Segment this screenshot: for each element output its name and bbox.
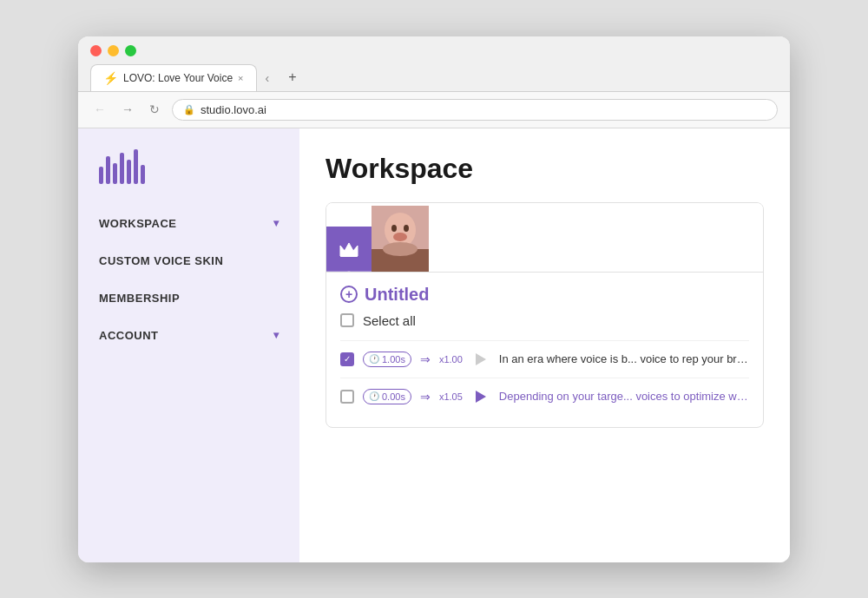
audio-row-2-checkbox[interactable] — [340, 390, 354, 404]
play-button-2[interactable] — [471, 387, 490, 406]
wave-bar-5 — [127, 160, 131, 184]
duration-2: 0.00s — [382, 391, 405, 402]
play-triangle-1 — [476, 353, 486, 365]
svg-marker-0 — [340, 243, 358, 256]
sidebar-item-workspace-label: WORKSPACE — [99, 217, 176, 230]
select-all-row: Select all — [340, 313, 749, 328]
main-area: Workspace — [299, 128, 790, 562]
project-title-row: + Untitled — [340, 285, 749, 305]
traffic-lights — [90, 45, 778, 56]
refresh-button[interactable]: ↻ — [146, 101, 163, 118]
audio-row-1-checkbox[interactable]: ✓ — [340, 352, 354, 366]
arrow-icon-1: ⇒ — [420, 352, 431, 366]
account-chevron-icon: ▾ — [273, 329, 279, 341]
thumbnail-face — [372, 206, 429, 272]
sidebar-item-membership-label: MEMBERSHIP — [99, 292, 180, 305]
project-thumbnail — [372, 206, 429, 272]
sidebar-nav: WORKSPACE ▾ CUSTOM VOICE SKIN MEMBERSHIP… — [78, 205, 299, 354]
tab-close-button[interactable]: × — [238, 73, 243, 83]
logo-waves — [99, 149, 279, 184]
audio-row-2-duration: 🕐 0.00s — [363, 389, 411, 404]
forward-button[interactable]: → — [118, 101, 137, 118]
sidebar-item-custom-voice-skin[interactable]: CUSTOM VOICE SKIN — [78, 242, 299, 279]
url-bar[interactable]: 🔒 studio.lovo.ai — [172, 99, 778, 121]
tab-back-icon[interactable]: ‹ — [266, 71, 270, 85]
arrow-icon-2: ⇒ — [420, 390, 431, 404]
url-text: studio.lovo.ai — [201, 103, 266, 116]
duration-1: 1.00s — [382, 354, 405, 365]
crown-icon — [338, 240, 360, 258]
crown-banner — [326, 227, 372, 272]
audio-row-2: 🕐 0.00s ⇒ x1.05 Depending on your targe.… — [340, 378, 749, 415]
sidebar-logo — [78, 149, 299, 205]
tab-title: LOVO: Love Your Voice — [123, 72, 233, 84]
tab-nav-buttons: ‹ — [257, 65, 279, 91]
wave-bar-4 — [120, 153, 124, 184]
wave-bar-6 — [134, 149, 138, 184]
active-tab[interactable]: ⚡ LOVO: Love Your Voice × — [90, 64, 257, 91]
select-all-label: Select all — [363, 313, 416, 328]
address-bar: ← → ↻ 🔒 studio.lovo.ai — [78, 92, 790, 128]
card-body: + Untitled Select all ✓ 🕐 1.00s — [326, 273, 763, 427]
title-bar: ⚡ LOVO: Love Your Voice × ‹ + — [78, 36, 790, 92]
audio-text-2: Depending on your targe... voices to opt… — [499, 390, 749, 403]
maximize-button[interactable] — [125, 45, 136, 56]
speed-2: x1.05 — [439, 391, 463, 402]
play-triangle-2 — [476, 391, 486, 403]
svg-rect-1 — [340, 254, 358, 257]
wave-bar-3 — [113, 163, 117, 184]
sidebar-item-workspace[interactable]: WORKSPACE ▾ — [78, 205, 299, 242]
page-title: Workspace — [326, 153, 764, 185]
workspace-chevron-icon: ▾ — [273, 217, 279, 229]
speed-1: x1.00 — [439, 354, 463, 365]
clock-icon-2: 🕐 — [369, 391, 379, 401]
sidebar-item-membership[interactable]: MEMBERSHIP — [78, 279, 299, 317]
tabs-row: ⚡ LOVO: Love Your Voice × ‹ + — [90, 63, 778, 91]
clock-icon-1: 🕐 — [369, 354, 379, 364]
close-button[interactable] — [90, 45, 102, 56]
face-svg — [372, 206, 429, 272]
svg-point-6 — [393, 233, 407, 241]
browser-window: ⚡ LOVO: Love Your Voice × ‹ + ← → ↻ 🔒 st… — [78, 36, 790, 562]
wave-bar-1 — [99, 167, 103, 184]
wave-bar-2 — [106, 156, 110, 184]
audio-row-1-duration: 🕐 1.00s — [363, 352, 411, 367]
add-project-button[interactable]: + — [340, 286, 358, 303]
select-all-checkbox[interactable] — [340, 313, 354, 327]
play-button-1[interactable] — [471, 350, 490, 369]
sidebar-item-account-label: ACCOUNT — [99, 329, 159, 342]
wave-bar-7 — [141, 165, 145, 184]
app-content: WORKSPACE ▾ CUSTOM VOICE SKIN MEMBERSHIP… — [78, 128, 790, 562]
project-name: Untitled — [365, 285, 429, 305]
svg-point-8 — [383, 242, 418, 256]
new-tab-button[interactable]: + — [278, 63, 306, 91]
minimize-button[interactable] — [108, 45, 119, 56]
audio-row-1: ✓ 🕐 1.00s ⇒ x1.00 In an era where voice … — [340, 340, 749, 378]
audio-text-1: In an era where voice is b... voice to r… — [499, 352, 749, 365]
sidebar-item-account[interactable]: ACCOUNT ▾ — [78, 317, 299, 354]
svg-point-4 — [391, 225, 397, 232]
sidebar-item-custom-voice-skin-label: CUSTOM VOICE SKIN — [99, 254, 223, 267]
back-button[interactable]: ← — [90, 101, 109, 118]
lock-icon: 🔒 — [183, 104, 195, 115]
card-header — [326, 203, 763, 273]
sidebar: WORKSPACE ▾ CUSTOM VOICE SKIN MEMBERSHIP… — [78, 128, 299, 562]
tab-lovo-icon: ⚡ — [103, 71, 118, 85]
svg-point-5 — [404, 225, 409, 232]
project-card: + Untitled Select all ✓ 🕐 1.00s — [326, 202, 764, 428]
